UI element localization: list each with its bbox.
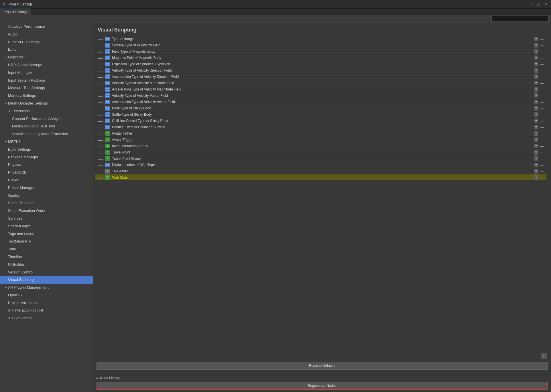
row-drag-handle[interactable]: — (98, 62, 102, 66)
row-dropdown-button[interactable]: ▼ (534, 144, 538, 148)
row-dropdown-button[interactable]: ▼ (534, 93, 538, 98)
row-drag-handle[interactable]: — (98, 93, 102, 98)
menu-button[interactable]: ⋮ (529, 2, 534, 7)
node-library-header[interactable]: ▶ Node Library (97, 374, 548, 382)
row-drag-handle[interactable]: — (98, 56, 102, 60)
row-dropdown-button[interactable]: ▼ (534, 62, 538, 66)
sidebar-item-physics2d[interactable]: Physics 2D (0, 169, 93, 176)
sidebar-item-version-control[interactable]: Version Control (0, 269, 93, 276)
row-remove-button[interactable]: — (540, 163, 544, 167)
row-dropdown-button[interactable]: ▼ (534, 37, 538, 41)
row-remove-button[interactable]: — (540, 37, 544, 41)
sidebar-item-services[interactable]: Services (0, 215, 93, 222)
row-remove-button[interactable]: — (540, 175, 544, 180)
sidebar-item-textmesh[interactable]: TextMesh Pro (0, 238, 93, 245)
sidebar-item-timeline[interactable]: Timeline (0, 253, 93, 261)
sidebar-item-package-manager[interactable]: Package Manager (0, 153, 93, 161)
row-drag-handle[interactable]: — (98, 156, 102, 161)
sidebar-item-quality[interactable]: Quality (0, 192, 93, 200)
sidebar-item-visual-scripting[interactable]: Visual Scripting (0, 276, 93, 284)
row-dropdown-button[interactable]: ▼ (534, 112, 538, 117)
row-remove-button[interactable]: — (540, 100, 544, 104)
sidebar-item-mesh-uploader[interactable]: ▼ Mesh Uploader Settings (0, 100, 93, 107)
row-drag-handle[interactable]: — (98, 119, 102, 123)
row-dropdown-button[interactable]: ▼ (534, 56, 538, 60)
sidebar-item-physics[interactable]: Physics (0, 161, 93, 169)
sidebar-item-input-manager[interactable]: Input Manager (0, 69, 93, 77)
sidebar-item-xr-plugin[interactable]: ▼ XR Plug-in Management (0, 284, 93, 291)
row-dropdown-button[interactable]: ▼ (534, 169, 538, 174)
row-drag-handle[interactable]: — (98, 144, 102, 148)
row-remove-button[interactable]: — (540, 93, 544, 98)
row-drag-handle[interactable]: — (98, 37, 102, 41)
sidebar-item-input-system[interactable]: Input System Package (0, 77, 93, 84)
row-remove-button[interactable]: — (540, 74, 544, 79)
sidebar-item-measure-tool[interactable]: Measure Tool Settings (0, 84, 93, 92)
row-remove-button[interactable]: — (540, 169, 544, 174)
row-drag-handle[interactable]: — (98, 137, 102, 142)
row-drag-handle[interactable]: — (98, 74, 102, 79)
maximize-button[interactable]: □ (536, 2, 541, 7)
row-remove-button[interactable]: — (540, 43, 544, 48)
sidebar-item-xr-interaction[interactable]: XR Interaction Toolkit (0, 307, 93, 314)
row-drag-handle[interactable]: — (98, 43, 102, 48)
row-remove-button[interactable]: — (540, 81, 544, 85)
sidebar-item-tags-layers[interactable]: Tags and Layers (0, 230, 93, 238)
row-remove-button[interactable]: — (540, 62, 544, 66)
sidebar-item-project-validation[interactable]: Project Validation (0, 299, 93, 307)
row-remove-button[interactable]: — (540, 150, 544, 155)
row-drag-handle[interactable]: — (98, 169, 102, 174)
sidebar-item-visual-scripting-ext[interactable]: VisualScriptingUploaderExtension (0, 130, 93, 138)
sidebar-item-scene-template[interactable]: Scene Template (0, 199, 93, 207)
row-drag-handle[interactable]: — (98, 125, 102, 129)
sidebar-item-meshapp-cloud[interactable]: MeshApp Cloud Host Tool (0, 123, 93, 130)
row-dropdown-button[interactable]: ▼ (534, 68, 538, 73)
row-dropdown-button[interactable]: ▼ (534, 49, 538, 54)
row-dropdown-button[interactable]: ▼ (534, 43, 538, 48)
sidebar-item-mrtk3[interactable]: ▼ MRTK3 (0, 138, 93, 146)
project-settings-tab[interactable]: Project Settings (0, 9, 31, 15)
row-dropdown-button[interactable]: ▼ (534, 106, 538, 111)
row-drag-handle[interactable]: — (98, 49, 102, 54)
row-drag-handle[interactable]: — (98, 87, 102, 92)
row-dropdown-button[interactable]: ▼ (534, 156, 538, 161)
sidebar-item-content-perf[interactable]: Content Performance Analyzer (0, 115, 93, 123)
sidebar-item-xr-simulation[interactable]: XR Simulation (0, 314, 93, 322)
row-remove-button[interactable]: — (540, 137, 544, 142)
row-dropdown-button[interactable]: ▼ (534, 81, 538, 85)
reset-defaults-button[interactable]: Reset to Defaults (97, 362, 548, 370)
row-dropdown-button[interactable]: ▼ (534, 100, 538, 104)
regenerate-nodes-button[interactable]: Regenerate Nodes (97, 382, 548, 390)
sidebar-item-memory-settings[interactable]: Memory Settings (0, 92, 93, 100)
row-remove-button[interactable]: — (540, 56, 544, 60)
sidebar-item-time[interactable]: Time (0, 245, 93, 253)
row-remove-button[interactable]: — (540, 156, 544, 161)
row-drag-handle[interactable]: — (98, 175, 102, 180)
sidebar-item-adaptive-performance[interactable]: Adaptive Performance (0, 23, 93, 31)
row-remove-button[interactable]: — (540, 106, 544, 111)
row-dropdown-button[interactable]: ▼ (534, 163, 538, 167)
row-remove-button[interactable]: — (540, 68, 544, 73)
row-dropdown-button[interactable]: ▼ (534, 87, 538, 92)
sidebar-item-urp-global[interactable]: URP Global Settings (0, 61, 93, 69)
sidebar-item-shadergraph[interactable]: ShaderGraph (0, 222, 93, 230)
sidebar-item-script-execution[interactable]: Script Execution Order (0, 207, 93, 215)
row-remove-button[interactable]: — (540, 131, 544, 136)
row-dropdown-button[interactable]: ▼ (534, 74, 538, 79)
row-dropdown-button[interactable]: ▼ (534, 175, 538, 180)
row-drag-handle[interactable]: — (98, 81, 102, 85)
row-drag-handle[interactable]: — (98, 131, 102, 136)
add-row-button[interactable]: + (541, 353, 547, 359)
sidebar-item-player[interactable]: Player (0, 176, 93, 184)
row-dropdown-button[interactable]: ▼ (534, 150, 538, 155)
row-dropdown-button[interactable]: ▼ (534, 119, 538, 123)
row-drag-handle[interactable]: — (98, 106, 102, 111)
row-drag-handle[interactable]: — (98, 112, 102, 117)
sidebar-item-build-settings[interactable]: Build Settings (0, 146, 93, 153)
row-remove-button[interactable]: — (540, 49, 544, 54)
sidebar-item-preset-manager[interactable]: Preset Manager (0, 184, 93, 192)
sidebar-item-burst-aot[interactable]: Burst AOT Settings (0, 38, 93, 46)
row-remove-button[interactable]: — (540, 87, 544, 92)
row-drag-handle[interactable]: — (98, 68, 102, 73)
sidebar-item-extensions[interactable]: ▼ Extensions (0, 107, 93, 115)
